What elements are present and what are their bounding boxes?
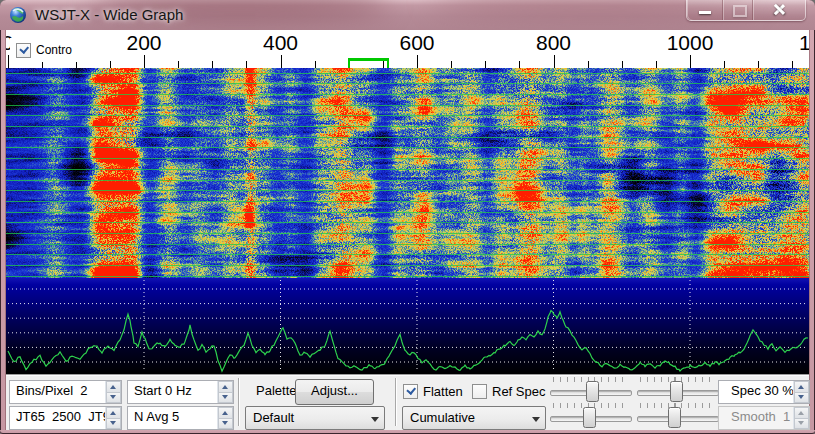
start-hz-spinbox[interactable]: Start 0 Hz [127,380,234,404]
group-separator [238,378,240,426]
ruler-label: 200 [126,31,161,55]
ruler-tick [690,55,691,68]
chevron-down-icon [366,407,384,429]
spin-up-icon [794,407,809,418]
spin-up-icon[interactable] [218,407,233,418]
ruler-tick [792,61,793,68]
waterfall-gain-slider[interactable] [550,376,632,402]
spin-up-icon[interactable] [794,381,809,392]
minimize-button[interactable] [687,0,723,20]
slider-handle[interactable] [668,407,681,428]
spec-percent-spinbox[interactable]: Spec 30 % [718,380,810,404]
spin-down-icon[interactable] [106,418,121,430]
window-border-right [809,30,815,430]
n-avg-spinbox[interactable]: N Avg 5 [127,406,234,430]
ref-spec-checkbox-field: Ref Spec [472,380,545,402]
spectrum-gain-slider[interactable] [550,402,632,428]
ruler-tick [656,61,657,68]
spin-down-icon[interactable] [218,392,233,404]
close-button[interactable] [753,0,805,20]
ruler-tick [42,61,43,68]
ruler-tick [8,55,9,68]
controls-checkbox-field: Contro [10,38,78,62]
waterfall-spectrogram[interactable] [6,68,809,278]
client-area: 020040060080010001200 Contro Bins/Pixel … [6,30,809,430]
ruler-tick [622,61,623,68]
window-border-bottom [0,430,815,434]
ruler-label: 1000 [667,31,714,55]
ruler-tick [212,61,213,68]
ruler-tick [758,61,759,68]
wsjtx-app-icon [9,6,27,24]
minimize-icon [699,11,711,14]
palette-label: Palette [256,380,296,402]
ruler-label: 1200 [799,31,809,55]
ruler-tick [451,61,452,68]
spectrum-trace-svg [6,278,809,374]
ruler-label: 600 [399,31,434,55]
close-icon [772,3,785,16]
ruler-tick [588,61,589,68]
ref-spec-checkbox[interactable] [472,384,487,399]
ruler-tick [554,55,555,68]
slider-handle[interactable] [670,381,683,402]
palette-combobox[interactable]: Default [245,406,385,430]
jt65-jt9-split-spinbox[interactable]: JT65 2500 JT9 [9,406,122,430]
waterfall-zero-slider[interactable] [637,376,719,402]
controls-checkbox-label: Contro [36,43,72,57]
ruler-tick [246,61,247,68]
ruler-tick [76,61,77,68]
spin-up-icon[interactable] [218,381,233,392]
frequency-ruler[interactable]: 020040060080010001200 Contro [6,30,809,68]
slider-handle[interactable] [583,407,596,428]
spin-down-icon[interactable] [794,392,809,404]
ruler-tick [417,55,418,68]
chevron-down-icon [527,407,545,429]
rx-frequency-marker-icon [348,58,389,68]
caption-button-group [686,0,806,21]
ruler-tick [144,55,145,68]
slider-handle[interactable] [586,381,599,402]
wide-graph-window: WSJT-X - Wide Graph 02004006008001000120… [0,0,815,434]
bins-per-pixel-spinbox[interactable]: Bins/Pixel 2 [9,380,122,404]
spin-down-icon[interactable] [218,418,233,430]
adjust-button[interactable]: Adjust... [295,379,374,405]
controls-panel: Bins/Pixel 2 Start 0 Hz Palette Adjust..… [6,374,809,430]
screenshot-stage: WSJT-X - Wide Graph 02004006008001000120… [0,0,815,434]
spin-up-icon[interactable] [106,381,121,392]
spectrum-zero-slider[interactable] [637,402,719,428]
smooth-spinbox: Smooth 1 [718,406,810,430]
spin-down-icon[interactable] [106,392,121,404]
window-title: WSJT-X - Wide Graph [35,0,183,30]
maximize-button [723,0,753,20]
ruler-tick [178,61,179,68]
ref-spec-label: Ref Spec [492,384,545,399]
spectrum-plot[interactable] [6,278,809,374]
ruler-tick [315,61,316,68]
ruler-tick [724,61,725,68]
ruler-label: 400 [263,31,298,55]
spin-up-icon[interactable] [106,407,121,418]
flatten-label: Flatten [423,384,463,399]
ruler-label: 800 [536,31,571,55]
flatten-checkbox[interactable] [403,384,418,399]
ruler-tick [485,61,486,68]
ruler-tick [519,61,520,68]
controls-checkbox[interactable] [16,43,31,58]
titlebar[interactable]: WSJT-X - Wide Graph [0,0,815,30]
group-separator [395,378,397,426]
flatten-checkbox-field: Flatten [403,380,463,402]
spectrum-type-combobox[interactable]: Cumulative [402,406,546,430]
maximize-icon [733,5,747,17]
ruler-tick [110,61,111,68]
ruler-tick [281,55,282,68]
spin-down-icon [794,418,809,430]
